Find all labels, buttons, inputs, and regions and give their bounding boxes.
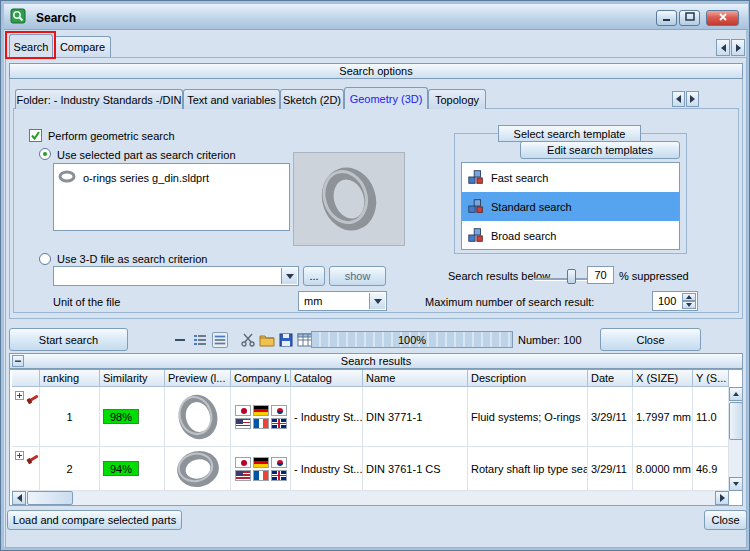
suppression-slider-track[interactable]: [534, 278, 588, 281]
scroll-left-button[interactable]: [12, 491, 26, 505]
tab-sketch-2d[interactable]: Sketch (2D): [280, 89, 344, 109]
japan-flag-icon: [235, 405, 251, 416]
expand-icon[interactable]: [15, 451, 24, 460]
tab-text-and-variables[interactable]: Text and variables: [183, 89, 280, 109]
selected-part-listbox[interactable]: o-rings series g_din.sldprt: [53, 163, 290, 231]
tab-search[interactable]: Search: [9, 34, 53, 58]
column-header-x-size[interactable]: X (SIZE): [633, 370, 693, 387]
save-icon[interactable]: [278, 332, 294, 348]
list-item[interactable]: o-rings series g_din.sldprt: [54, 164, 289, 191]
template-item-broad[interactable]: Broad search: [462, 221, 679, 250]
catalog-cell: - Industry St...: [291, 387, 363, 447]
scroll-up-button[interactable]: [729, 387, 743, 401]
preview-cell: [165, 447, 231, 491]
search-progress-bar: 100%: [311, 331, 513, 348]
row-lead-cell[interactable]: [12, 447, 40, 491]
inner-tab-scroll-left-button[interactable]: [672, 91, 685, 107]
table-row[interactable]: 1 98% - Industry St... DIN 3771-1 Fluid …: [12, 387, 729, 447]
use-3d-file-label: Use 3-D file as search criterion: [57, 253, 207, 265]
dropdown-button[interactable]: [369, 293, 385, 309]
horizontal-scroll-thumb[interactable]: [27, 491, 73, 505]
column-header-y-size[interactable]: Y (S...: [693, 370, 729, 387]
list-view-icon[interactable]: [192, 332, 208, 348]
tab-geometry-3d[interactable]: Geometry (3D): [344, 87, 428, 109]
tab-topology[interactable]: Topology: [428, 89, 486, 109]
perform-geometric-search-checkbox[interactable]: [29, 129, 42, 142]
column-header-company[interactable]: Company l...: [231, 370, 291, 387]
collapse-all-icon[interactable]: [172, 332, 188, 348]
use-3d-file-radio[interactable]: [39, 253, 51, 265]
tab-folder[interactable]: Folder: - Industry Standards -/DIN: [15, 89, 183, 109]
edit-search-templates-button[interactable]: Edit search templates: [520, 141, 680, 159]
column-header-preview[interactable]: Preview (l...: [165, 370, 231, 387]
inner-tab-scroll-right-button[interactable]: [686, 91, 699, 107]
spinner-buttons[interactable]: [682, 293, 696, 309]
japan-flag-icon: [235, 457, 251, 468]
use-selected-part-radio[interactable]: [39, 148, 51, 160]
vertical-scroll-thumb[interactable]: [729, 402, 743, 440]
open-folder-icon[interactable]: [259, 332, 275, 348]
collapse-results-button[interactable]: [12, 355, 24, 367]
description-cell: Rotary shaft lip type seals, f...: [468, 447, 588, 491]
row-lead-cell[interactable]: [12, 387, 40, 447]
tab-scroll-left-button[interactable]: [716, 39, 730, 56]
maximize-button[interactable]: [679, 10, 700, 26]
column-header-description[interactable]: Description: [468, 370, 588, 387]
name-cell: DIN 3761-1 CS: [363, 447, 468, 491]
max-results-spinner[interactable]: 100: [652, 291, 698, 311]
usa-flag-icon: [235, 470, 251, 481]
template-item-standard[interactable]: Standard search: [462, 192, 679, 221]
korea-flag-icon: [271, 457, 287, 468]
column-header-similarity[interactable]: Similarity: [100, 370, 165, 387]
arrow-down-icon: [733, 482, 739, 486]
show-button[interactable]: show: [329, 266, 386, 286]
minimize-button[interactable]: [656, 10, 677, 26]
start-search-button[interactable]: Start search: [9, 328, 128, 351]
o-ring-icon: [58, 170, 76, 185]
arrow-left-icon: [676, 95, 681, 103]
detail-view-icon[interactable]: [212, 332, 228, 348]
part-pin-icon: [26, 451, 40, 468]
selected-part-name: o-rings series g_din.sldprt: [83, 172, 209, 184]
column-header-ranking[interactable]: ranking: [40, 370, 100, 387]
search-results-caption: Search results: [9, 353, 743, 369]
unit-value: mm: [304, 295, 322, 307]
use-selected-part-label: Use selected part as search criterion: [57, 149, 236, 161]
3d-file-combobox[interactable]: [53, 266, 299, 286]
uk-flag-icon: [271, 418, 287, 429]
column-header-date[interactable]: Date: [588, 370, 633, 387]
scroll-right-button[interactable]: [715, 491, 729, 505]
column-header-icon[interactable]: [12, 370, 40, 387]
spin-down-button[interactable]: [682, 301, 696, 309]
template-label: Fast search: [491, 172, 548, 184]
ranking-cell: 2: [40, 447, 100, 491]
scroll-down-button[interactable]: [729, 477, 743, 491]
x-size-cell: 8.0000 mm: [633, 447, 693, 491]
france-flag-icon: [253, 418, 269, 429]
load-and-compare-button[interactable]: Load and compare selected parts: [7, 510, 182, 530]
browse-button[interactable]: ...: [303, 266, 325, 286]
suppression-slider-thumb[interactable]: [567, 269, 576, 284]
germany-flag-icon: [253, 405, 269, 416]
flag-icons: [235, 457, 287, 481]
close-button[interactable]: [706, 10, 739, 26]
close-search-button[interactable]: Close: [600, 328, 701, 351]
o-ring-thumbnail-icon: [171, 448, 225, 490]
similarity-badge: 94%: [103, 461, 139, 476]
dropdown-button[interactable]: [281, 268, 297, 284]
horizontal-scrollbar[interactable]: [12, 491, 729, 505]
spin-up-button[interactable]: [682, 293, 696, 301]
suppression-value-field[interactable]: 70: [587, 266, 614, 284]
column-header-catalog[interactable]: Catalog: [291, 370, 363, 387]
close-dialog-button[interactable]: Close: [704, 510, 747, 530]
expand-icon[interactable]: [15, 391, 24, 400]
tab-compare[interactable]: Compare: [54, 36, 111, 57]
cut-icon[interactable]: [240, 332, 256, 348]
germany-flag-icon: [253, 457, 269, 468]
template-item-fast[interactable]: Fast search: [462, 163, 679, 192]
column-header-name[interactable]: Name: [363, 370, 468, 387]
table-row[interactable]: 2 94% - Industry St... DIN 3761-1 CS Rot…: [12, 447, 729, 491]
arrow-right-icon: [736, 44, 741, 52]
tab-scroll-right-button[interactable]: [731, 39, 745, 56]
unit-combobox[interactable]: mm: [298, 291, 387, 311]
